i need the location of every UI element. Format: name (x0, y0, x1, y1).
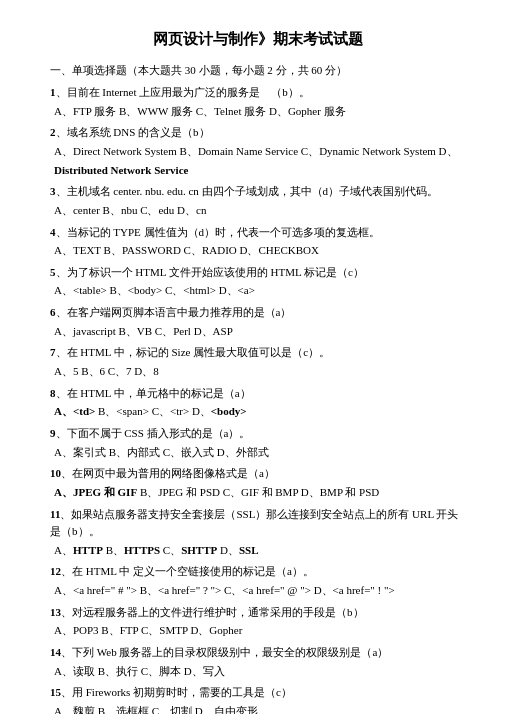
question-8: 8、在 HTML 中，单元格中的标记是（a） A、<td> B、<span> C… (50, 385, 465, 421)
page-title: 网页设计与制作》期末考试试题 (50, 30, 465, 49)
question-12: 12、在 HTML 中 定义一个空链接使用的标记是（a）。 A、<a href=… (50, 563, 465, 599)
question-6: 6、在客户端网页脚本语言中最力推荐用的是（a） A、javascript B、V… (50, 304, 465, 340)
section1-header: 一、单项选择题（本大题共 30 小题，每小题 2 分，共 60 分） (50, 63, 465, 78)
question-3: 3、主机域名 center. nbu. edu. cn 由四个子域划成，其中（d… (50, 183, 465, 219)
question-9: 9、下面不属于 CSS 插入形式的是（a）。 A、案引式 B、内部式 C、嵌入式… (50, 425, 465, 461)
question-5: 5、为了标识一个 HTML 文件开始应该使用的 HTML 标记是（c） A、<t… (50, 264, 465, 300)
question-4: 4、当标记的 TYPE 属性值为（d）时，代表一个可选多项的复选框。 A、TEX… (50, 224, 465, 260)
question-13: 13、对远程服务器上的文件进行维护时，通常采用的手段是（b） A、POP3 B、… (50, 604, 465, 640)
question-15: 15、用 Fireworks 初期剪时时，需要的工具是（c） A、魏剪 B、选框… (50, 684, 465, 714)
question-2: 2、域名系统 DNS 的含义是（b） A、Direct Network Syst… (50, 124, 465, 179)
question-1: 1、目前在 Internet 上应用最为广泛的服务是 （b）。 A、FTP 服务… (50, 84, 465, 120)
question-10: 10、在网页中最为普用的网络图像格式是（a） A、JPEG 和 GIF B、JP… (50, 465, 465, 501)
question-11: 11、如果站点服务器支持安全套接层（SSL）那么连接到安全站点上的所有 URL … (50, 506, 465, 560)
question-7: 7、在 HTML 中，标记的 Size 属性最大取值可以是（c）。 A、5 B、… (50, 344, 465, 380)
question-14: 14、下列 Web 服务器上的目录权限级别中，最安全的权限级别是（a） A、读取… (50, 644, 465, 680)
